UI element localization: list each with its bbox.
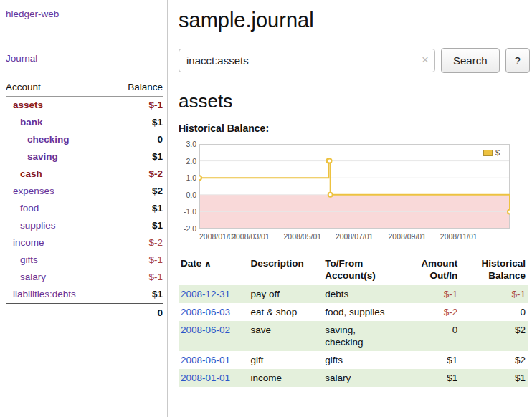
x-axis-label: 2008/11/01	[440, 232, 478, 241]
transaction-date-link[interactable]: 2008-06-01	[181, 355, 230, 365]
transaction-accounts: food, supplies	[323, 303, 395, 321]
register-header-row: Date ∧ Description To/From Account(s) Am…	[179, 256, 528, 285]
x-axis-label: 2008/07/01	[336, 232, 374, 241]
accounts-total-value: 0	[110, 305, 163, 322]
x-axis-label: 2008/05/01	[284, 232, 322, 241]
col-header-balance: Historical Balance	[460, 256, 528, 285]
sidebar-account-balance: $-1	[110, 251, 163, 269]
transaction-balance: $2	[460, 351, 528, 369]
register-row: 2008-01-01incomesalary$1$1	[179, 369, 528, 387]
chart-legend: $	[483, 148, 500, 157]
col-header-amount: Amount Out/In	[395, 256, 460, 285]
sidebar-account-balance: $1	[110, 286, 163, 305]
transaction-date-cell: 2008-12-31	[179, 285, 249, 303]
account-row: supplies$1	[6, 217, 163, 234]
col-header-date-label: Date	[181, 258, 201, 269]
x-axis-label: 2008/03/01	[232, 232, 270, 241]
journal-nav: Journal	[6, 52, 163, 64]
account-row: assets$-1	[6, 97, 163, 115]
transaction-amount: 0	[395, 321, 460, 351]
transaction-description: save	[249, 321, 323, 351]
transaction-date-link[interactable]: 2008-12-31	[181, 289, 230, 299]
accounts-header-balance: Balance	[110, 80, 163, 97]
sidebar-account-link-bank[interactable]: bank	[20, 117, 43, 128]
sidebar-account-link-food[interactable]: food	[20, 203, 39, 214]
transaction-balance: $2	[460, 321, 528, 351]
y-axis-label: 2.0	[179, 158, 196, 166]
transaction-description: pay off	[249, 285, 323, 303]
transaction-date-cell: 2008-01-01	[179, 369, 249, 387]
account-row: saving$1	[6, 148, 163, 166]
search-button[interactable]: Search	[441, 48, 500, 73]
y-axis-label: -2.0	[179, 225, 196, 233]
accounts-table: Account Balance assets$-1bank$1checking0…	[6, 80, 163, 322]
clear-search-icon[interactable]: ×	[422, 54, 429, 66]
journal-link[interactable]: Journal	[6, 53, 37, 64]
sidebar-account-balance: $-1	[110, 97, 163, 115]
sidebar-account-balance: $1	[110, 200, 163, 217]
transaction-date-cell: 2008-06-03	[179, 303, 249, 321]
y-axis-label: 1.0	[179, 174, 196, 182]
app-title-link[interactable]: hledger-web	[6, 9, 59, 19]
search-box: ×	[179, 49, 435, 72]
sort-asc-icon: ∧	[204, 259, 212, 269]
sidebar-account-link-income[interactable]: income	[13, 237, 44, 248]
account-row: food$1	[6, 200, 163, 217]
register-row: 2008-06-03eat & shopfood, supplies$-20	[179, 303, 528, 321]
sidebar-account-link-liabilities-debts[interactable]: liabilities:debts	[13, 289, 76, 299]
chart-plot	[199, 144, 510, 229]
sidebar-account-link-cash[interactable]: cash	[20, 168, 42, 179]
main-content: sample.journal × Search ? assets Histori…	[168, 0, 532, 417]
account-row: liabilities:debts$1	[6, 286, 163, 305]
help-button[interactable]: ?	[505, 48, 530, 73]
y-axis-label: 3.0	[179, 140, 196, 148]
account-row: checking0	[6, 131, 163, 148]
page-title: sample.journal	[179, 9, 530, 32]
sidebar-account-link-assets[interactable]: assets	[13, 100, 43, 110]
sidebar-account-link-saving[interactable]: saving	[27, 151, 58, 162]
sidebar-account-link-gifts[interactable]: gifts	[20, 254, 38, 265]
sidebar-account-link-salary[interactable]: salary	[20, 272, 46, 282]
y-axis-label: 0.0	[179, 191, 196, 199]
sidebar-account-link-checking[interactable]: checking	[27, 134, 70, 145]
sidebar-account-link-supplies[interactable]: supplies	[20, 220, 56, 231]
transaction-date-cell: 2008-06-02	[179, 321, 249, 351]
transaction-balance: 0	[460, 303, 528, 321]
transaction-amount: $1	[395, 351, 460, 369]
x-axis-label: 2008/09/01	[388, 232, 426, 241]
accounts-total-spacer	[6, 305, 110, 322]
col-header-date[interactable]: Date ∧	[179, 256, 249, 285]
legend-swatch-icon	[483, 150, 493, 156]
search-input[interactable]	[179, 49, 435, 72]
account-heading: assets	[179, 90, 530, 112]
transaction-balance: $1	[460, 369, 528, 387]
sidebar-account-balance: $1	[110, 114, 163, 131]
legend-label: $	[495, 148, 500, 157]
col-header-description: Description	[249, 256, 323, 285]
chart-title: Historical Balance:	[179, 123, 530, 134]
account-row: gifts$-1	[6, 251, 163, 269]
accounts-total-row: 0	[6, 305, 163, 322]
sidebar: hledger-web Journal Account Balance asse…	[0, 0, 168, 417]
sidebar-account-link-expenses[interactable]: expenses	[13, 186, 54, 196]
register-table: Date ∧ Description To/From Account(s) Am…	[179, 256, 528, 387]
y-axis-label: -1.0	[179, 208, 196, 216]
col-header-accounts: To/From Account(s)	[323, 256, 395, 285]
transaction-accounts: saving, checking	[323, 321, 395, 351]
transaction-date-link[interactable]: 2008-01-01	[181, 373, 230, 383]
register-row: 2008-06-01giftgifts$1$2	[179, 351, 528, 369]
transaction-date-link[interactable]: 2008-06-02	[181, 325, 230, 335]
transaction-date-cell: 2008-06-01	[179, 351, 249, 369]
transaction-amount: $1	[395, 369, 460, 387]
transaction-description: gift	[249, 351, 323, 369]
app-window: hledger-web Journal Account Balance asse…	[0, 0, 532, 417]
transaction-description: income	[249, 369, 323, 387]
sidebar-account-balance: 0	[110, 131, 163, 148]
transaction-accounts: debts	[323, 285, 395, 303]
account-row: expenses$2	[6, 183, 163, 200]
transaction-date-link[interactable]: 2008-06-03	[181, 307, 230, 317]
transaction-accounts: gifts	[323, 351, 395, 369]
transaction-balance: $-1	[460, 285, 528, 303]
accounts-header-account: Account	[6, 80, 110, 97]
accounts-header-row: Account Balance	[6, 80, 163, 97]
